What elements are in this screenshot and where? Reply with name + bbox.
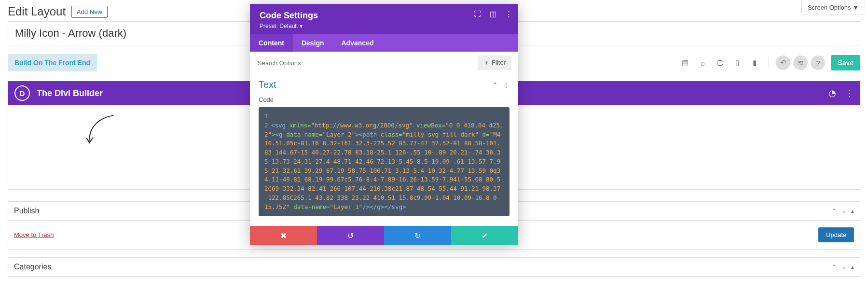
chevron-up-icon[interactable]: ⌃ bbox=[832, 264, 837, 270]
code-field-label: Code bbox=[259, 96, 510, 103]
columns-icon[interactable]: ◫ bbox=[490, 10, 496, 18]
phone-icon[interactable]: ▮ bbox=[747, 56, 762, 70]
gutter-2: 2 bbox=[264, 121, 271, 130]
update-button[interactable]: Update bbox=[818, 227, 854, 242]
tablet-icon[interactable]: ▯ bbox=[730, 56, 744, 70]
section-title-text[interactable]: Text bbox=[259, 79, 276, 90]
filter-button[interactable]: ＋ Filter bbox=[478, 56, 511, 70]
confirm-button[interactable]: ✔ bbox=[451, 226, 518, 245]
page-title: Edit Layout bbox=[8, 5, 66, 18]
section-kebab-icon[interactable]: ⋮ bbox=[503, 81, 510, 89]
modal-title: Code Settings bbox=[260, 11, 509, 21]
undo-button[interactable]: ↺ bbox=[317, 226, 384, 245]
chevron-down-icon[interactable]: ⌄ bbox=[841, 264, 846, 270]
code-settings-modal: Code Settings Preset: Default ▾ ⛶ ◫ ⋮ Co… bbox=[250, 4, 518, 245]
history-icon[interactable]: ↶ bbox=[776, 56, 790, 70]
move-to-trash-link[interactable]: Move to Trash bbox=[14, 231, 54, 238]
build-front-end-button[interactable]: Build On The Front End bbox=[8, 54, 97, 71]
preset-dropdown[interactable]: Preset: Default ▾ bbox=[260, 23, 509, 29]
save-button[interactable]: Save bbox=[831, 55, 860, 70]
chevron-up-icon[interactable]: ⌃ bbox=[832, 208, 837, 214]
cancel-button[interactable]: ✖ bbox=[250, 226, 317, 245]
separator bbox=[769, 57, 769, 68]
zoom-icon[interactable]: ⌕ bbox=[695, 56, 710, 70]
screen-options-toggle[interactable]: Screen Options ▼ bbox=[801, 1, 865, 14]
caret-up-icon[interactable]: ▴ bbox=[851, 264, 854, 270]
tab-advanced[interactable]: Advanced bbox=[333, 34, 383, 52]
tab-content[interactable]: Content bbox=[250, 34, 293, 52]
collapse-icon[interactable]: ⌃ bbox=[492, 81, 498, 89]
gutter-1: 1 bbox=[264, 112, 271, 121]
add-new-button[interactable]: Add New bbox=[71, 6, 108, 18]
help-icon[interactable]: ? bbox=[811, 56, 825, 70]
wireframe-icon[interactable]: ▤ bbox=[678, 56, 692, 70]
snap-icon[interactable]: ⛶ bbox=[474, 10, 481, 18]
divi-logo-icon: D bbox=[14, 85, 30, 101]
divi-builder-title: The Divi Builder bbox=[37, 88, 103, 98]
kebab-icon[interactable]: ⋮ bbox=[505, 10, 512, 18]
caret-up-icon[interactable]: ▴ bbox=[851, 208, 854, 214]
categories-heading: Categories bbox=[14, 263, 51, 271]
code-editor[interactable]: 1 2<svg xmlns="http://www.w3.org/2000/sv… bbox=[259, 107, 510, 216]
search-options-input[interactable] bbox=[257, 59, 478, 67]
layers-icon[interactable]: ≋ bbox=[793, 56, 808, 70]
publish-heading: Publish bbox=[14, 207, 39, 215]
chevron-down-icon[interactable]: ⌄ bbox=[841, 208, 846, 214]
tab-design[interactable]: Design bbox=[293, 34, 333, 52]
kebab-icon[interactable]: ⋮ bbox=[845, 88, 854, 98]
clock-icon[interactable]: ◔ bbox=[828, 88, 836, 98]
redo-button[interactable]: ↻ bbox=[384, 226, 451, 245]
desktop-icon[interactable]: 🖵 bbox=[713, 56, 727, 70]
arrow-preview-icon bbox=[85, 115, 114, 144]
